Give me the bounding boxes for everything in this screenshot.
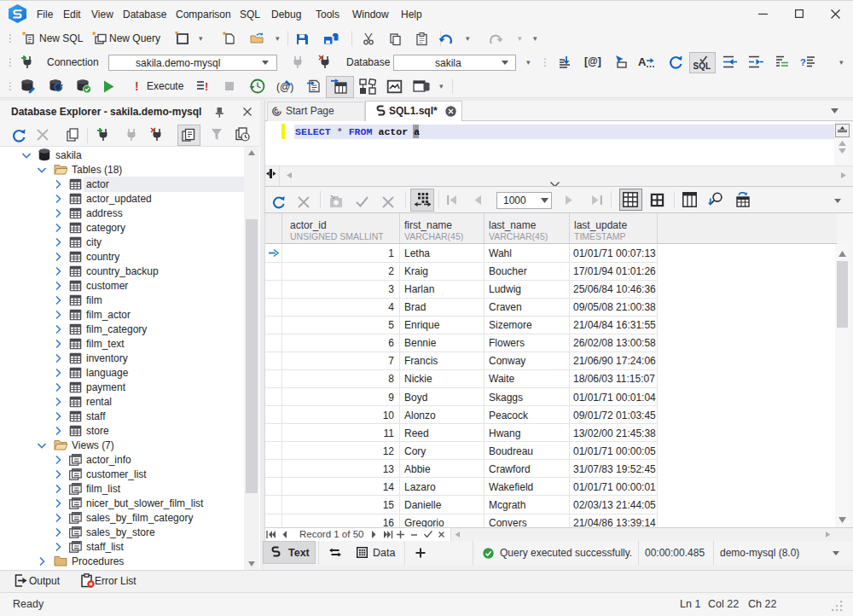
- svg-text:A: A: [638, 55, 647, 68]
- svg-text:?: ?: [800, 57, 806, 67]
- svg-text:*: *: [92, 32, 96, 40]
- svg-text:*: *: [223, 32, 226, 40]
- svg-text:*: *: [175, 32, 179, 39]
- svg-text:!: !: [205, 80, 208, 93]
- svg-text:*: *: [22, 32, 26, 40]
- svg-text:1: 1: [276, 108, 279, 114]
- svg-text:(@): (@): [276, 81, 293, 93]
- svg-text:SQL: SQL: [693, 61, 711, 71]
